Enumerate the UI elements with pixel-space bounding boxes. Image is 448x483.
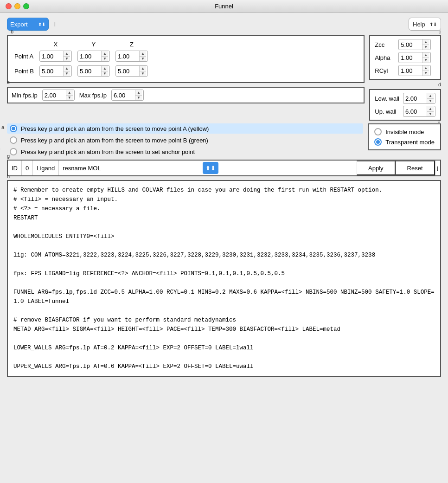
point-a-x-input-wrap: ▲ ▼: [39, 51, 72, 62]
code-output: # Remember to create empty HILLS and COL…: [7, 180, 441, 377]
alpha-down[interactable]: ▼: [422, 58, 429, 63]
up-wall-input[interactable]: [403, 108, 427, 115]
resname-value: resname MOL: [59, 161, 203, 175]
window-title: Funnel: [215, 3, 233, 10]
radio-option-f[interactable]: Press key p and pick an atom from the sc…: [7, 147, 363, 157]
low-wall-up[interactable]: ▲: [427, 93, 434, 99]
alpha-input[interactable]: [399, 54, 422, 61]
main-content: Export ⬆⬇ i Help ⬆⬇ b X: [0, 13, 448, 381]
rcyl-input[interactable]: [399, 67, 422, 74]
point-a-x-input[interactable]: [40, 53, 63, 60]
zcc-input[interactable]: [399, 41, 422, 48]
point-b-x-cell: ▲ ▼: [37, 64, 75, 78]
rcyl-up[interactable]: ▲: [422, 65, 429, 71]
max-fps-input[interactable]: [112, 92, 135, 99]
code-area-wrapper: h # Remember to create empty HILLS and C…: [7, 180, 441, 377]
point-a-y-input[interactable]: [78, 53, 101, 60]
window-controls[interactable]: [6, 3, 29, 9]
point-b-z-input[interactable]: [116, 68, 139, 75]
low-wall-down[interactable]: ▼: [427, 99, 434, 104]
max-fps-down[interactable]: ▼: [135, 96, 142, 101]
table-row: Point B ▲ ▼: [12, 64, 151, 78]
invisible-mode-radio[interactable]: [374, 128, 382, 135]
point-b-z-cell: ▲ ▼: [113, 64, 151, 78]
alpha-spinners: ▲ ▼: [422, 52, 429, 63]
minimize-button[interactable]: [14, 3, 20, 9]
label-j: j: [435, 161, 440, 175]
help-arrows-icon: ⬆⬇: [429, 22, 437, 27]
point-b-z-input-wrap: ▲ ▼: [115, 65, 148, 77]
max-fps-input-wrap: ▲ ▼: [111, 90, 144, 101]
close-button[interactable]: [6, 3, 12, 9]
label-e: e: [7, 79, 10, 85]
radio-a-text: Press key p and pick an atom from the sc…: [21, 125, 209, 132]
low-wall-input-wrap: ▲ ▼: [403, 93, 435, 104]
invisible-mode-row[interactable]: Invisible mode: [374, 128, 435, 135]
col-z-header: Z: [113, 40, 151, 49]
point-a-z-up[interactable]: ▲: [140, 51, 146, 57]
ligand-label: Ligand: [33, 161, 59, 175]
min-fps-label: Min fps.lp: [12, 92, 38, 99]
min-fps-down[interactable]: ▼: [66, 96, 73, 101]
resname-arrows-icon: ⬆⬇: [205, 165, 216, 172]
point-b-z-up[interactable]: ▲: [140, 66, 146, 71]
zcc-up[interactable]: ▲: [422, 39, 429, 45]
max-fps-up[interactable]: ▲: [135, 90, 142, 96]
reset-label: Reset: [407, 165, 423, 172]
min-fps-input[interactable]: [43, 92, 66, 99]
up-wall-label: Up. wall: [375, 108, 399, 115]
point-a-x-up[interactable]: ▲: [64, 51, 70, 57]
up-wall-down[interactable]: ▼: [427, 112, 434, 117]
point-a-y-up[interactable]: ▲: [102, 51, 108, 57]
transparent-mode-row[interactable]: Transparent mode: [374, 138, 435, 146]
invisible-mode-label: Invisible mode: [385, 129, 424, 135]
alpha-up[interactable]: ▲: [422, 52, 429, 58]
point-a-y-down[interactable]: ▼: [102, 57, 108, 62]
ligand-bar-wrapper: g ID 0 Ligand resname MOL ⬆⬇ Apply Reset…: [7, 160, 441, 176]
alpha-input-wrap: ▲ ▼: [398, 52, 431, 63]
radio-option-f-row: f Press key p and pick an atom from the …: [7, 147, 363, 157]
point-b-x-input-wrap: ▲ ▼: [39, 65, 72, 77]
zcc-down[interactable]: ▼: [422, 45, 429, 50]
alpha-label: Alpha: [375, 54, 395, 61]
radio-f-indicator[interactable]: [10, 148, 17, 155]
radio-a-indicator[interactable]: [10, 125, 17, 132]
up-wall-input-wrap: ▲ ▼: [403, 106, 435, 117]
top-bar-left: Export ⬆⬇ i: [7, 18, 56, 31]
radio-option-b[interactable]: Press key p and pick an atom from the sc…: [7, 135, 363, 145]
label-g: g: [7, 153, 10, 159]
radio-option-a[interactable]: Press key p and pick an atom from the sc…: [7, 123, 363, 134]
help-button[interactable]: Help ⬆⬇: [409, 18, 441, 31]
min-fps-up[interactable]: ▲: [66, 90, 73, 96]
maximize-button[interactable]: [23, 3, 29, 9]
col-x-header: X: [37, 40, 75, 49]
point-a-z-input[interactable]: [116, 53, 139, 60]
point-a-z-spinners: ▲ ▼: [139, 51, 146, 61]
apply-button[interactable]: Apply: [357, 161, 396, 175]
point-b-x-up[interactable]: ▲: [64, 66, 70, 71]
point-b-x-input[interactable]: [40, 68, 63, 75]
point-a-x-down[interactable]: ▼: [64, 57, 70, 62]
label-a: a: [1, 124, 4, 130]
low-wall-input[interactable]: [403, 95, 427, 102]
top-bar: Export ⬆⬇ i Help ⬆⬇: [7, 18, 441, 31]
point-b-x-down[interactable]: ▼: [64, 71, 70, 77]
point-b-z-down[interactable]: ▼: [140, 71, 146, 77]
rcyl-down[interactable]: ▼: [422, 71, 429, 76]
resname-select-button[interactable]: ⬆⬇: [203, 162, 218, 174]
label-c-top: c: [439, 29, 442, 34]
point-b-y-down[interactable]: ▼: [102, 71, 108, 77]
point-b-x-spinners: ▲ ▼: [63, 66, 70, 76]
transparent-mode-radio[interactable]: [374, 138, 382, 146]
up-wall-up[interactable]: ▲: [427, 106, 434, 112]
point-a-label: Point A: [12, 49, 37, 64]
point-a-z-down[interactable]: ▼: [140, 57, 146, 62]
radio-b-indicator[interactable]: [10, 136, 17, 144]
point-b-y-input[interactable]: [78, 68, 101, 75]
help-label: Help: [413, 21, 425, 28]
reset-button[interactable]: Reset: [396, 161, 435, 175]
point-a-z-input-wrap: ▲ ▼: [115, 51, 148, 62]
point-b-y-up[interactable]: ▲: [102, 66, 108, 71]
low-wall-spinners: ▲ ▼: [427, 93, 434, 103]
titlebar: Funnel: [0, 0, 448, 13]
